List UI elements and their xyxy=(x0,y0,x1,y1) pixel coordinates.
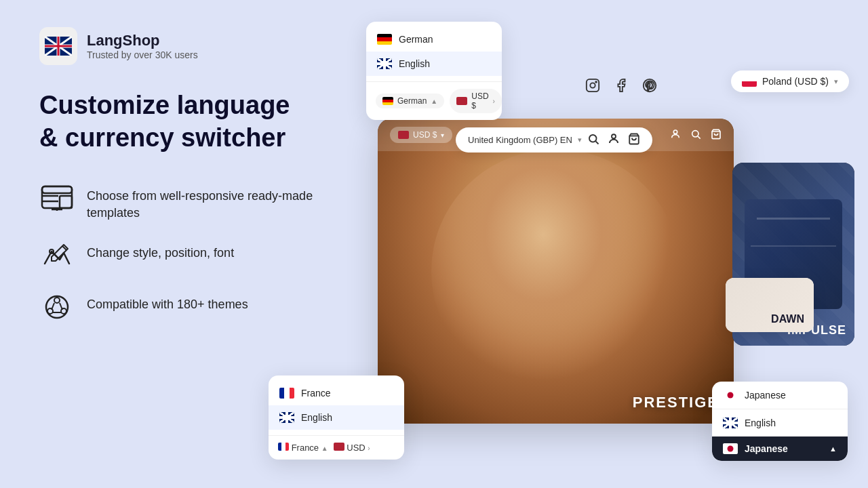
flag-us-prestige xyxy=(398,131,409,139)
prestige-account-icon[interactable] xyxy=(670,129,681,142)
pill-flag-us xyxy=(456,97,467,105)
currency-pill[interactable]: USD $ › xyxy=(450,89,502,113)
prestige-header-switcher[interactable]: USD $ ▾ xyxy=(390,127,452,143)
france-currency-label: USD xyxy=(347,443,365,453)
svg-rect-8 xyxy=(42,186,72,193)
feature-item-style: Change style, position, font xyxy=(39,238,351,273)
france-chevron: ▲ xyxy=(321,445,328,452)
flag-japanese xyxy=(723,390,738,401)
flag-english-france xyxy=(279,412,294,423)
svg-point-22 xyxy=(595,81,597,83)
prestige-image: USD $ ▾ PRESTIGE xyxy=(378,119,734,424)
english-label-japanese: English xyxy=(745,418,776,428)
main-headline: Customize language & currency switcher xyxy=(39,89,351,154)
uk-label: United Kingdom (GBP) EN xyxy=(468,135,572,145)
pill-flag-fr xyxy=(278,443,289,451)
poland-switcher[interactable]: Poland (USD $) ▾ xyxy=(731,70,849,92)
english-label-france: English xyxy=(301,412,332,423)
themes-icon xyxy=(39,289,75,325)
prestige-currency-chevron: ▾ xyxy=(441,131,444,139)
left-panel: LangShop Trusted by over 30K users Custo… xyxy=(39,27,351,325)
dropdown-switcher-bar: German ▲ USD $ › xyxy=(366,81,502,120)
uk-switcher[interactable]: United Kingdom (GBP) EN ▾ xyxy=(456,127,652,152)
france-label: France xyxy=(301,388,331,399)
svg-point-23 xyxy=(589,135,597,142)
france-currency-chevron: › xyxy=(368,445,370,452)
svg-point-21 xyxy=(590,83,595,87)
svg-line-24 xyxy=(595,141,598,144)
svg-point-16 xyxy=(46,296,68,318)
dropdown-item-english[interactable]: English xyxy=(366,52,502,76)
currency-chevron: › xyxy=(493,98,495,105)
svg-rect-11 xyxy=(60,196,72,208)
japanese-item-english[interactable]: English xyxy=(712,409,848,436)
uk-chevron: ▾ xyxy=(578,136,582,144)
prestige-card: USD $ ▾ PRESTIGE xyxy=(378,119,734,424)
france-switcher-bar: France ▲ USD › xyxy=(269,435,404,460)
logo-title: LangShop xyxy=(87,32,198,49)
language-pill[interactable]: German ▲ xyxy=(376,94,444,108)
france-item-english[interactable]: English xyxy=(269,405,404,430)
lang-chevron: ▲ xyxy=(431,98,437,105)
prestige-search-icon[interactable] xyxy=(690,129,701,142)
dropdown-label-english: English xyxy=(399,58,430,69)
dawn-label: DAWN xyxy=(762,306,814,332)
langshop-logo-flag xyxy=(45,37,72,56)
svg-line-29 xyxy=(698,136,701,139)
social-icons-row xyxy=(583,76,659,95)
feature-text-templates: Choose from well-responsive ready-made t… xyxy=(87,181,351,222)
pill-currency-label: USD $ xyxy=(471,92,488,110)
dawn-image: DAWN xyxy=(726,278,814,332)
prestige-cart-icon[interactable] xyxy=(711,129,722,142)
flag-english xyxy=(377,58,392,69)
poland-chevron: ▾ xyxy=(834,77,838,86)
account-icon[interactable] xyxy=(608,133,620,147)
dropdown-item-german[interactable]: German xyxy=(366,27,502,52)
feature-list: Choose from well-responsive ready-made t… xyxy=(39,181,351,325)
poland-label: Poland (USD $) xyxy=(762,76,829,87)
flag-german xyxy=(377,34,392,45)
japanese-label: Japanese xyxy=(745,390,786,401)
feature-item-templates: Choose from well-responsive ready-made t… xyxy=(39,181,351,222)
feature-text-themes: Compatible with 180+ themes xyxy=(87,289,248,313)
dawn-card: DAWN xyxy=(726,278,814,332)
flag-france xyxy=(279,388,294,399)
dropdown-label-german: German xyxy=(399,34,433,45)
language-dropdown-top: German English German ▲ USD $ › xyxy=(366,22,502,120)
france-lang-pill[interactable]: France ▲ xyxy=(278,443,328,453)
svg-rect-7 xyxy=(42,186,72,208)
logo-text-group: LangShop Trusted by over 30K users xyxy=(87,32,198,60)
flag-english-japanese xyxy=(723,418,738,428)
france-dropdown: France English France ▲ USD › xyxy=(269,375,404,460)
prestige-currency: USD $ xyxy=(413,130,437,140)
japanese-active-label: Japanese xyxy=(745,443,788,454)
japanese-panel: Japanese English Japanese ▲ xyxy=(712,382,848,461)
france-pill-label: France xyxy=(292,443,319,453)
templates-icon xyxy=(39,181,75,216)
cart-icon[interactable] xyxy=(628,133,640,147)
svg-rect-20 xyxy=(587,79,599,92)
pill-flag-de xyxy=(382,97,393,105)
france-currency-pill[interactable]: USD › xyxy=(334,443,370,453)
pinterest-icon[interactable] xyxy=(640,76,659,95)
svg-point-28 xyxy=(692,130,698,136)
pill-flag-us-france xyxy=(334,443,344,451)
search-icon[interactable] xyxy=(587,133,599,147)
prestige-header-icons xyxy=(670,129,722,142)
logo-row: LangShop Trusted by over 30K users xyxy=(39,27,351,65)
japanese-active-bar[interactable]: Japanese ▲ xyxy=(712,436,848,461)
feature-item-themes: Compatible with 180+ themes xyxy=(39,289,351,325)
svg-point-27 xyxy=(673,130,677,134)
svg-point-25 xyxy=(612,134,616,138)
svg-point-17 xyxy=(54,298,60,303)
france-item-france[interactable]: France xyxy=(269,381,404,405)
facebook-icon[interactable] xyxy=(612,76,631,95)
instagram-icon[interactable] xyxy=(583,76,602,95)
flag-poland xyxy=(742,76,757,87)
japanese-active-chevron: ▲ xyxy=(829,445,837,453)
japanese-item-japanese[interactable]: Japanese xyxy=(712,382,848,409)
feature-text-style: Change style, position, font xyxy=(87,238,234,262)
logo-icon xyxy=(39,27,77,65)
flag-japanese-active xyxy=(723,443,738,454)
logo-subtitle: Trusted by over 30K users xyxy=(87,49,198,60)
